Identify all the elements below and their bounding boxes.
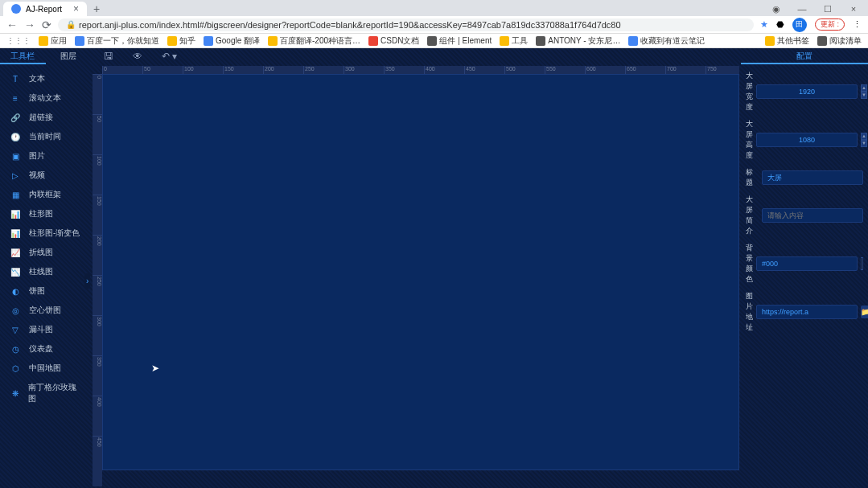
tool-item[interactable]: ▣图片: [0, 146, 91, 166]
cfg-label: 大屏高度: [746, 119, 753, 161]
tool-item[interactable]: 📉柱线图: [0, 262, 91, 281]
incognito-icon[interactable]: ◉: [765, 4, 788, 14]
maximize-button[interactable]: ☐: [817, 4, 839, 14]
tool-icon: T: [10, 73, 21, 84]
save-icon[interactable]: 🖫: [104, 51, 113, 62]
tool-item[interactable]: ❋南丁格尔玫瑰图: [0, 378, 91, 408]
bookmark-star-icon[interactable]: ★: [760, 19, 768, 30]
back-button[interactable]: ←: [6, 18, 18, 31]
cfg-row-title: 标题: [746, 167, 863, 188]
folder-icon[interactable]: 📁: [861, 306, 868, 318]
design-canvas[interactable]: ➤: [102, 74, 739, 470]
cfg-row-intro: 大屏简介: [746, 195, 863, 236]
bookmark-item[interactable]: 收藏到有道云笔记: [628, 35, 705, 47]
bgcolor-input[interactable]: [756, 256, 858, 271]
bookmark-item[interactable]: ANTONY - 安东尼…: [536, 35, 620, 47]
tool-label: 柱线图: [29, 266, 53, 277]
bookmark-item[interactable]: 工具: [500, 35, 528, 47]
tool-icon: ▦: [10, 189, 21, 200]
tool-item[interactable]: 📊柱形图-渐变色: [0, 223, 91, 243]
addr-icons: ★ ⬣ 田 更新 : ⋮: [760, 18, 862, 32]
tool-item[interactable]: 📊柱形图: [0, 204, 91, 223]
config-panel: 配置 大屏宽度 ▲▼ 大屏高度 ▲▼ 标题 大屏简介 背景颜色: [741, 48, 868, 488]
imgurl-input[interactable]: [756, 305, 858, 319]
tool-icon: ▣: [10, 150, 21, 162]
other-bookmarks[interactable]: 其他书签: [765, 35, 809, 47]
tool-icon: ⬡: [10, 363, 21, 374]
tool-label: 空心饼图: [29, 305, 61, 316]
tool-label: 柱形图: [29, 208, 53, 219]
tool-item[interactable]: T文本: [0, 69, 91, 88]
bookmark-item[interactable]: CSDN文档: [368, 35, 419, 47]
reload-button[interactable]: ⟳: [42, 18, 51, 31]
bookmark-item[interactable]: Google 翻译: [204, 35, 260, 47]
bookmark-item[interactable]: 百度翻译-200种语言…: [268, 35, 360, 47]
tool-item[interactable]: ◷仪表盘: [0, 339, 91, 359]
close-tab-icon[interactable]: ×: [73, 3, 79, 14]
extension-icon[interactable]: ⬣: [776, 19, 784, 30]
cursor-icon: ➤: [151, 363, 159, 374]
tool-item[interactable]: ◐饼图: [0, 281, 91, 301]
tool-item[interactable]: 🕐当前时间: [0, 127, 91, 146]
tool-icon: ▷: [10, 170, 21, 181]
cfg-row-height: 大屏高度 ▲▼: [746, 119, 863, 161]
update-badge[interactable]: 更新 :: [815, 18, 845, 31]
cfg-label: 标题: [746, 167, 759, 188]
toolbox-panel: 工具栏 图层 T文本≡滚动文本🔗超链接🕐当前时间▣图片▷视频▦内联框架📊柱形图📊…: [0, 48, 91, 488]
new-tab-button[interactable]: +: [93, 2, 100, 15]
undo-icon[interactable]: ↶ ▾: [162, 51, 177, 62]
title-input[interactable]: [762, 170, 863, 185]
preview-icon[interactable]: 👁: [133, 51, 142, 62]
address-bar: ← → ⟳ 🔒 report.anji-plus.com/index.html#…: [0, 16, 868, 34]
tool-label: 超链接: [29, 112, 53, 123]
intro-input[interactable]: [762, 208, 863, 223]
bookmark-item[interactable]: 知乎: [167, 35, 195, 47]
canvas-wrap: 0501001502002503003504004505005506006507…: [93, 66, 739, 486]
url-input[interactable]: 🔒 report.anji-plus.com/index.html#/bigsc…: [58, 18, 754, 31]
minimize-button[interactable]: —: [791, 4, 813, 14]
height-input[interactable]: [756, 133, 858, 147]
tool-label: 柱形图-渐变色: [29, 228, 80, 239]
tool-icon: 🕐: [10, 131, 21, 142]
collapse-toolbox-icon[interactable]: ›: [84, 273, 90, 289]
cfg-row-width: 大屏宽度 ▲▼: [746, 71, 863, 113]
tab-bar: AJ-Report × + ◉ — ☐ ×: [0, 0, 868, 16]
tool-item[interactable]: 📈折线图: [0, 243, 91, 262]
tab-layers[interactable]: 图层: [46, 48, 92, 64]
tool-label: 南丁格尔玫瑰图: [28, 382, 81, 404]
close-window-button[interactable]: ×: [842, 4, 865, 14]
tool-label: 当前时间: [29, 131, 61, 142]
tab-tools[interactable]: 工具栏: [0, 48, 46, 64]
profile-avatar[interactable]: 田: [792, 18, 807, 32]
tool-item[interactable]: ≡滚动文本: [0, 88, 91, 108]
forward-button[interactable]: →: [24, 18, 35, 31]
tool-label: 图片: [29, 150, 45, 162]
tool-item[interactable]: ▷视频: [0, 166, 91, 185]
bookmark-item[interactable]: 百度一下，你就知道: [75, 35, 159, 47]
config-tab[interactable]: 配置: [741, 48, 868, 64]
tool-item[interactable]: ▦内联框架: [0, 185, 91, 204]
tool-item[interactable]: ◎空心饼图: [0, 301, 91, 320]
tool-item[interactable]: ⬡中国地图: [0, 359, 91, 378]
bookmark-item[interactable]: 组件 | Element: [427, 35, 492, 47]
height-stepper[interactable]: ▲▼: [861, 133, 867, 147]
cfg-label: 大屏简介: [746, 195, 759, 236]
tool-item[interactable]: ▽漏斗图: [0, 320, 91, 339]
apps-icon[interactable]: ⋮⋮⋮: [6, 36, 31, 45]
browser-tab[interactable]: AJ-Report ×: [3, 2, 87, 16]
tool-label: 漏斗图: [29, 324, 53, 335]
tool-item[interactable]: 🔗超链接: [0, 108, 91, 127]
reading-list[interactable]: 阅读清单: [817, 35, 862, 47]
tool-label: 仪表盘: [29, 343, 53, 355]
cfg-row-imgurl: 图片地址 📁: [746, 291, 863, 333]
bookmark-bar: ⋮⋮⋮ 应用 百度一下，你就知道 知乎 Google 翻译 百度翻译-200种语…: [0, 34, 868, 48]
menu-icon[interactable]: ⋮: [853, 19, 862, 30]
bookmark-item[interactable]: 应用: [39, 35, 67, 47]
width-stepper[interactable]: ▲▼: [861, 84, 867, 99]
bookmark-right: 其他书签 阅读清单: [765, 35, 862, 47]
width-input[interactable]: [756, 84, 858, 99]
cfg-label: 图片地址: [746, 291, 753, 333]
tool-icon: 📊: [10, 228, 21, 239]
color-swatch[interactable]: [861, 257, 863, 270]
tool-icon: ◎: [10, 305, 21, 316]
